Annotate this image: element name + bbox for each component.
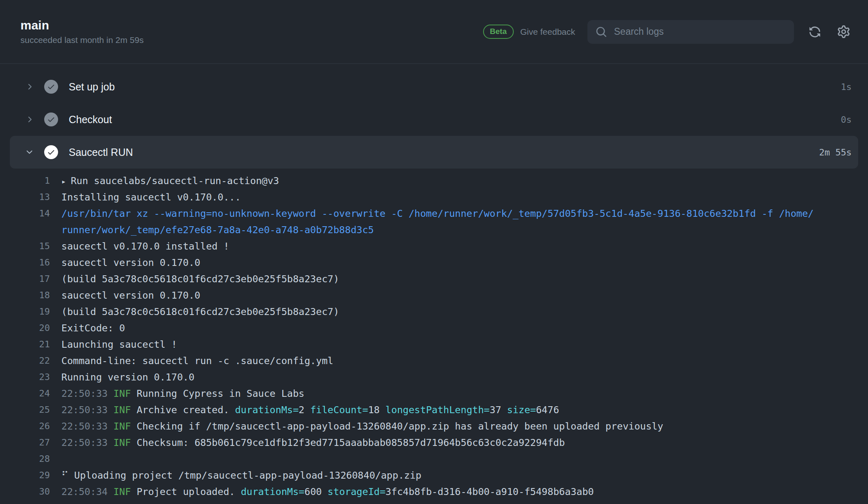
beta-badge: Beta — [483, 25, 514, 39]
sync-icon — [809, 26, 821, 38]
line-number[interactable]: 18 — [0, 287, 50, 304]
log-text: 22:50:34 INF Project uploaded. durationM… — [61, 484, 594, 500]
log-line: 22Command-line: saucectl run -c .sauce/c… — [0, 353, 868, 369]
log-line: 2422:50:33 INF Running Cypress in Sauce … — [0, 385, 868, 402]
log-line: 20ExitCode: 0 — [0, 320, 868, 336]
line-number[interactable]: 26 — [0, 418, 50, 434]
log-line: 2522:50:33 INF Archive created. duration… — [0, 402, 868, 418]
line-number[interactable]: 16 — [0, 254, 50, 271]
status-subtitle: succeeded last month in 2m 59s — [20, 36, 144, 44]
log-line: 3022:50:34 INF Project uploaded. duratio… — [0, 484, 868, 500]
log-text: 22:50:33 INF Archive created. durationMs… — [61, 402, 559, 418]
job-header: main succeeded last month in 2m 59s — [20, 19, 144, 44]
log-text: (build 5a3c78c0c5618c01f6cd27c3eb0e25f5b… — [61, 304, 339, 320]
check-circle-icon — [44, 80, 58, 94]
log-line: 18saucectl version 0.170.0 — [0, 287, 868, 304]
step-label: Set up job — [69, 81, 841, 93]
log-line: 21Launching saucectl ! — [0, 336, 868, 353]
step-label: Checkout — [69, 114, 841, 126]
steps-list: Set up job1sCheckout0sSaucectl RUN2m 55s — [0, 64, 868, 169]
step-row-saucectl-run[interactable]: Saucectl RUN2m 55s — [10, 136, 858, 169]
log-text: saucectl v0.170.0 installed ! — [61, 238, 229, 254]
log-line: 2622:50:33 INF Checking if /tmp/saucectl… — [0, 418, 868, 434]
log-line: 19(build 5a3c78c0c5618c01f6cd27c3eb0e25f… — [0, 304, 868, 320]
line-number[interactable]: 30 — [0, 484, 50, 500]
line-number[interactable]: 14 — [0, 205, 50, 222]
chevron-right-icon[interactable] — [25, 115, 34, 124]
line-number[interactable]: 25 — [0, 402, 50, 418]
log-text: /usr/bin/tar xz --warning=no-unknown-key… — [61, 205, 814, 222]
line-number[interactable]: 29 — [0, 467, 50, 484]
search-input[interactable] — [613, 26, 786, 38]
log-text: ExitCode: 0 — [61, 320, 125, 336]
log-text: Installing saucectl v0.170.0... — [61, 189, 241, 205]
step-duration: 0s — [841, 115, 852, 125]
gear-icon — [837, 25, 850, 38]
page-title: main — [20, 19, 144, 32]
line-number[interactable] — [0, 222, 50, 238]
header-actions: Beta Give feedback — [483, 20, 850, 44]
chevron-down-icon[interactable] — [25, 147, 34, 157]
step-duration: 2m 55s — [819, 147, 852, 158]
log-text: ⠋ Uploading project /tmp/saucectl-app-pa… — [61, 467, 421, 484]
step-label: Saucectl RUN — [69, 146, 819, 158]
chevron-right-icon[interactable] — [25, 82, 34, 92]
give-feedback-link[interactable]: Give feedback — [520, 27, 575, 37]
log-line: 16saucectl version 0.170.0 — [0, 254, 868, 271]
search-icon — [596, 26, 607, 38]
line-number[interactable]: 23 — [0, 369, 50, 385]
refresh-button[interactable] — [809, 26, 821, 38]
line-number[interactable]: 1 — [0, 173, 50, 189]
log-text: (build 5a3c78c0c5618c01f6cd27c3eb0e25f5b… — [61, 271, 339, 287]
line-number[interactable]: 13 — [0, 189, 50, 205]
line-number[interactable]: 22 — [0, 353, 50, 369]
log-text: Command-line: saucectl run -c .sauce/con… — [61, 353, 333, 369]
log-text: runner/work/_temp/efe27e68-7a8a-42e0-a74… — [61, 222, 374, 238]
log-line: 29⠋ Uploading project /tmp/saucectl-app-… — [0, 467, 868, 484]
line-number[interactable]: 24 — [0, 385, 50, 402]
log-line: 23Running version 0.170.0 — [0, 369, 868, 385]
log-line: runner/work/_temp/efe27e68-7a8a-42e0-a74… — [0, 222, 868, 238]
log-text: saucectl version 0.170.0 — [61, 287, 200, 304]
log-text: 22:50:33 INF Checking if /tmp/saucectl-a… — [61, 418, 663, 434]
log-group-toggle[interactable]: ▸ Run saucelabs/saucectl-run-action@v3 — [61, 173, 279, 189]
log-line: 15saucectl v0.170.0 installed ! — [0, 238, 868, 254]
header: main succeeded last month in 2m 59s Beta… — [0, 0, 868, 64]
log-line: 28 — [0, 451, 868, 467]
search-box[interactable] — [587, 20, 794, 44]
line-number[interactable]: 21 — [0, 336, 50, 353]
log-line: 13Installing saucectl v0.170.0... — [0, 189, 868, 205]
log-text: 22:50:33 INF Checksum: 685b061c79ce1dfb1… — [61, 434, 565, 451]
step-row-checkout[interactable]: Checkout0s — [10, 103, 858, 136]
settings-button[interactable] — [837, 25, 850, 38]
line-number[interactable]: 15 — [0, 238, 50, 254]
line-number[interactable]: 19 — [0, 304, 50, 320]
log-line: 14/usr/bin/tar xz --warning=no-unknown-k… — [0, 205, 868, 222]
log-line: 2722:50:33 INF Checksum: 685b061c79ce1df… — [0, 434, 868, 451]
log-line: 1▸ Run saucelabs/saucectl-run-action@v3 — [0, 173, 868, 189]
log-lines: 1▸ Run saucelabs/saucectl-run-action@v31… — [0, 169, 868, 500]
check-circle-icon — [44, 145, 58, 159]
log-text: Running version 0.170.0 — [61, 369, 194, 385]
line-number[interactable]: 27 — [0, 434, 50, 451]
line-number[interactable]: 28 — [0, 451, 50, 467]
step-duration: 1s — [841, 82, 852, 92]
line-number[interactable]: 17 — [0, 271, 50, 287]
step-row-set-up-job[interactable]: Set up job1s — [10, 70, 858, 103]
line-number[interactable]: 20 — [0, 320, 50, 336]
log-text: saucectl version 0.170.0 — [61, 254, 200, 271]
log-text: 22:50:33 INF Running Cypress in Sauce La… — [61, 385, 304, 402]
check-circle-icon — [44, 112, 58, 126]
log-text: Launching saucectl ! — [61, 336, 177, 353]
log-line: 17(build 5a3c78c0c5618c01f6cd27c3eb0e25f… — [0, 271, 868, 287]
